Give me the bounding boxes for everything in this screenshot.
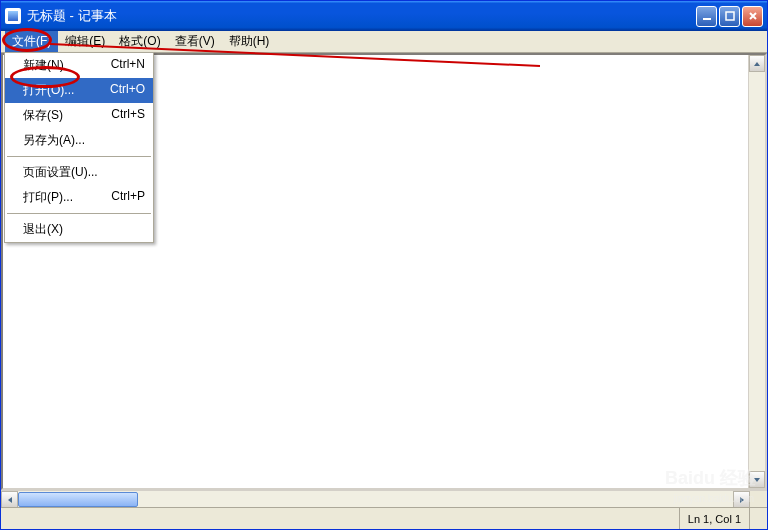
- scroll-left-button[interactable]: [1, 491, 18, 508]
- menu-shortcut: Ctrl+P: [99, 189, 145, 206]
- menu-shortcut: Ctrl+N: [99, 57, 145, 74]
- status-position: Ln 1, Col 1: [679, 508, 749, 529]
- menu-shortcut: [133, 132, 145, 149]
- svg-rect-1: [726, 12, 734, 20]
- menu-shortcut: [133, 164, 145, 181]
- scroll-right-button[interactable]: [733, 491, 750, 508]
- menu-file[interactable]: 文件(F): [5, 31, 58, 52]
- menu-label: 保存(S): [23, 107, 99, 124]
- scroll-track-vertical[interactable]: [749, 72, 765, 471]
- menu-item-new[interactable]: 新建(N) Ctrl+N: [5, 53, 153, 78]
- vertical-scrollbar[interactable]: [748, 55, 765, 488]
- menu-item-open[interactable]: 打开(O)... Ctrl+O: [5, 78, 153, 103]
- menu-item-save[interactable]: 保存(S) Ctrl+S: [5, 103, 153, 128]
- scroll-up-button[interactable]: [749, 55, 765, 72]
- resize-grip[interactable]: [749, 508, 767, 529]
- menu-item-exit[interactable]: 退出(X): [5, 217, 153, 242]
- scroll-track-horizontal[interactable]: [18, 491, 733, 507]
- menu-edit[interactable]: 编辑(E): [58, 31, 112, 52]
- menu-item-saveas[interactable]: 另存为(A)...: [5, 128, 153, 153]
- close-button[interactable]: [742, 6, 763, 27]
- statusbar: Ln 1, Col 1: [1, 507, 767, 529]
- menu-item-pagesetup[interactable]: 页面设置(U)...: [5, 160, 153, 185]
- menu-shortcut: Ctrl+O: [98, 82, 145, 99]
- menu-item-print[interactable]: 打印(P)... Ctrl+P: [5, 185, 153, 210]
- menu-label: 页面设置(U)...: [23, 164, 133, 181]
- app-icon: [5, 8, 21, 24]
- menu-label: 新建(N): [23, 57, 99, 74]
- maximize-button[interactable]: [719, 6, 740, 27]
- menu-shortcut: Ctrl+S: [99, 107, 145, 124]
- scroll-down-button[interactable]: [749, 471, 765, 488]
- menu-view[interactable]: 查看(V): [168, 31, 222, 52]
- scroll-thumb-horizontal[interactable]: [18, 492, 138, 507]
- menu-label: 打开(O)...: [23, 82, 98, 99]
- menu-separator: [7, 213, 151, 214]
- file-dropdown-menu: 新建(N) Ctrl+N 打开(O)... Ctrl+O 保存(S) Ctrl+…: [4, 52, 154, 243]
- menubar: 文件(F) 编辑(E) 格式(O) 查看(V) 帮助(H): [1, 31, 767, 53]
- minimize-button[interactable]: [696, 6, 717, 27]
- menu-label: 另存为(A)...: [23, 132, 133, 149]
- menu-label: 打印(P)...: [23, 189, 99, 206]
- menu-separator: [7, 156, 151, 157]
- menu-shortcut: [133, 221, 145, 238]
- svg-rect-0: [703, 18, 711, 20]
- window-title: 无标题 - 记事本: [27, 7, 696, 25]
- menu-label: 退出(X): [23, 221, 133, 238]
- window-controls: [696, 6, 763, 27]
- menu-format[interactable]: 格式(O): [112, 31, 167, 52]
- titlebar[interactable]: 无标题 - 记事本: [1, 1, 767, 31]
- scroll-corner: [750, 491, 767, 508]
- menu-help[interactable]: 帮助(H): [222, 31, 277, 52]
- horizontal-scrollbar[interactable]: [1, 490, 767, 507]
